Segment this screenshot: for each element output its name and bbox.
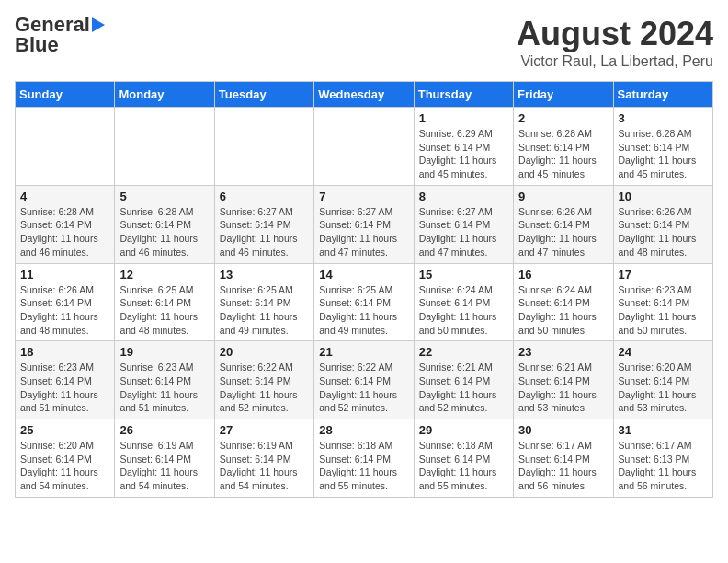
day-number: 18 [20, 345, 109, 359]
day-number: 22 [419, 345, 508, 359]
weekday-header-monday: Monday [115, 82, 214, 108]
day-info: Sunrise: 6:25 AM Sunset: 6:14 PM Dayligh… [119, 283, 209, 338]
day-number: 21 [319, 345, 408, 359]
day-info: Sunrise: 6:26 AM Sunset: 6:14 PM Dayligh… [619, 205, 708, 259]
calendar-header-row: SundayMondayTuesdayWednesdayThursdayFrid… [16, 82, 713, 108]
calendar-cell: 15Sunrise: 6:24 AM Sunset: 6:14 PM Dayli… [414, 263, 513, 341]
calendar-cell: 14Sunrise: 6:25 AM Sunset: 6:14 PM Dayli… [314, 263, 414, 341]
weekday-header-tuesday: Tuesday [214, 82, 313, 108]
day-info: Sunrise: 6:29 AM Sunset: 6:14 PM Dayligh… [419, 127, 508, 181]
calendar-cell: 21Sunrise: 6:22 AM Sunset: 6:14 PM Dayli… [314, 341, 414, 419]
day-number: 26 [119, 423, 209, 437]
calendar-cell: 10Sunrise: 6:26 AM Sunset: 6:14 PM Dayli… [613, 185, 712, 263]
day-number: 6 [220, 190, 309, 203]
day-info: Sunrise: 6:23 AM Sunset: 6:14 PM Dayligh… [119, 361, 209, 415]
day-number: 10 [619, 190, 708, 203]
calendar-cell: 27Sunrise: 6:19 AM Sunset: 6:14 PM Dayli… [214, 419, 313, 498]
calendar-cell: 24Sunrise: 6:20 AM Sunset: 6:14 PM Dayli… [613, 341, 712, 419]
day-number: 17 [619, 268, 708, 282]
day-info: Sunrise: 6:26 AM Sunset: 6:14 PM Dayligh… [20, 283, 109, 338]
day-number: 4 [20, 190, 109, 203]
day-info: Sunrise: 6:23 AM Sunset: 6:14 PM Dayligh… [619, 283, 708, 338]
calendar-cell: 20Sunrise: 6:22 AM Sunset: 6:14 PM Dayli… [214, 341, 313, 419]
day-info: Sunrise: 6:22 AM Sunset: 6:14 PM Dayligh… [220, 361, 309, 415]
calendar-cell: 11Sunrise: 6:26 AM Sunset: 6:14 PM Dayli… [16, 263, 115, 341]
day-number: 29 [419, 423, 508, 437]
calendar-cell: 9Sunrise: 6:26 AM Sunset: 6:14 PM Daylig… [514, 185, 613, 263]
day-info: Sunrise: 6:28 AM Sunset: 6:14 PM Dayligh… [518, 127, 608, 181]
day-number: 3 [619, 111, 708, 125]
day-number: 23 [518, 345, 608, 359]
calendar-cell: 6Sunrise: 6:27 AM Sunset: 6:14 PM Daylig… [214, 185, 313, 263]
day-number: 11 [20, 268, 109, 282]
calendar-cell: 23Sunrise: 6:21 AM Sunset: 6:14 PM Dayli… [514, 341, 613, 419]
calendar-week-row: 25Sunrise: 6:20 AM Sunset: 6:14 PM Dayli… [16, 419, 713, 498]
day-number: 19 [119, 345, 209, 359]
day-info: Sunrise: 6:19 AM Sunset: 6:14 PM Dayligh… [220, 439, 309, 493]
day-info: Sunrise: 6:28 AM Sunset: 6:14 PM Dayligh… [119, 205, 209, 259]
day-number: 16 [518, 268, 608, 282]
calendar-cell: 17Sunrise: 6:23 AM Sunset: 6:14 PM Dayli… [613, 263, 712, 341]
logo-general-text: General [15, 15, 90, 35]
location-subtitle: Victor Raul, La Libertad, Peru [517, 53, 713, 70]
day-info: Sunrise: 6:28 AM Sunset: 6:14 PM Dayligh… [20, 205, 109, 259]
day-info: Sunrise: 6:27 AM Sunset: 6:14 PM Dayligh… [319, 205, 408, 259]
calendar-cell [115, 108, 214, 186]
calendar-cell: 2Sunrise: 6:28 AM Sunset: 6:14 PM Daylig… [514, 108, 613, 186]
day-number: 25 [20, 423, 109, 437]
weekday-header-thursday: Thursday [414, 82, 513, 108]
title-block: August 2024 Victor Raul, La Libertad, Pe… [517, 15, 713, 70]
calendar-table: SundayMondayTuesdayWednesdayThursdayFrid… [15, 81, 713, 498]
calendar-week-row: 1Sunrise: 6:29 AM Sunset: 6:14 PM Daylig… [16, 108, 713, 186]
day-number: 30 [518, 423, 608, 437]
weekday-header-wednesday: Wednesday [314, 82, 414, 108]
calendar-cell: 28Sunrise: 6:18 AM Sunset: 6:14 PM Dayli… [314, 419, 414, 498]
logo-arrow-icon [92, 17, 105, 32]
calendar-cell: 29Sunrise: 6:18 AM Sunset: 6:14 PM Dayli… [414, 419, 513, 498]
calendar-cell: 3Sunrise: 6:28 AM Sunset: 6:14 PM Daylig… [613, 108, 712, 186]
day-number: 1 [419, 111, 508, 125]
calendar-week-row: 11Sunrise: 6:26 AM Sunset: 6:14 PM Dayli… [16, 263, 713, 341]
calendar-cell: 31Sunrise: 6:17 AM Sunset: 6:13 PM Dayli… [613, 419, 712, 498]
calendar-cell [214, 108, 313, 186]
calendar-cell: 19Sunrise: 6:23 AM Sunset: 6:14 PM Dayli… [115, 341, 214, 419]
calendar-cell: 25Sunrise: 6:20 AM Sunset: 6:14 PM Dayli… [16, 419, 115, 498]
calendar-cell: 30Sunrise: 6:17 AM Sunset: 6:14 PM Dayli… [514, 419, 613, 498]
calendar-cell: 26Sunrise: 6:19 AM Sunset: 6:14 PM Dayli… [115, 419, 214, 498]
day-number: 13 [220, 268, 309, 282]
calendar-cell [314, 108, 414, 186]
day-number: 12 [119, 268, 209, 282]
calendar-cell: 8Sunrise: 6:27 AM Sunset: 6:14 PM Daylig… [414, 185, 513, 263]
day-info: Sunrise: 6:23 AM Sunset: 6:14 PM Dayligh… [20, 361, 109, 415]
day-info: Sunrise: 6:19 AM Sunset: 6:14 PM Dayligh… [119, 439, 209, 493]
day-info: Sunrise: 6:18 AM Sunset: 6:14 PM Dayligh… [319, 439, 408, 493]
day-info: Sunrise: 6:17 AM Sunset: 6:13 PM Dayligh… [619, 439, 708, 493]
day-info: Sunrise: 6:27 AM Sunset: 6:14 PM Dayligh… [220, 205, 309, 259]
calendar-cell: 12Sunrise: 6:25 AM Sunset: 6:14 PM Dayli… [115, 263, 214, 341]
day-info: Sunrise: 6:24 AM Sunset: 6:14 PM Dayligh… [419, 283, 508, 338]
day-number: 2 [518, 111, 608, 125]
calendar-cell: 5Sunrise: 6:28 AM Sunset: 6:14 PM Daylig… [115, 185, 214, 263]
day-number: 8 [419, 190, 508, 203]
logo: General Blue [15, 15, 105, 55]
calendar-cell: 18Sunrise: 6:23 AM Sunset: 6:14 PM Dayli… [16, 341, 115, 419]
calendar-week-row: 4Sunrise: 6:28 AM Sunset: 6:14 PM Daylig… [16, 185, 713, 263]
day-number: 27 [220, 423, 309, 437]
logo-blue-text: Blue [15, 35, 59, 55]
day-info: Sunrise: 6:21 AM Sunset: 6:14 PM Dayligh… [419, 361, 508, 415]
calendar-cell [16, 108, 115, 186]
calendar-cell: 1Sunrise: 6:29 AM Sunset: 6:14 PM Daylig… [414, 108, 513, 186]
calendar-cell: 13Sunrise: 6:25 AM Sunset: 6:14 PM Dayli… [214, 263, 313, 341]
day-info: Sunrise: 6:27 AM Sunset: 6:14 PM Dayligh… [419, 205, 508, 259]
weekday-header-saturday: Saturday [613, 82, 712, 108]
day-info: Sunrise: 6:25 AM Sunset: 6:14 PM Dayligh… [220, 283, 309, 338]
weekday-header-sunday: Sunday [16, 82, 115, 108]
page-header: General Blue August 2024 Victor Raul, La… [15, 15, 713, 70]
day-number: 20 [220, 345, 309, 359]
day-info: Sunrise: 6:24 AM Sunset: 6:14 PM Dayligh… [518, 283, 608, 338]
day-info: Sunrise: 6:20 AM Sunset: 6:14 PM Dayligh… [20, 439, 109, 493]
day-number: 14 [319, 268, 408, 282]
day-info: Sunrise: 6:28 AM Sunset: 6:14 PM Dayligh… [619, 127, 708, 181]
calendar-cell: 22Sunrise: 6:21 AM Sunset: 6:14 PM Dayli… [414, 341, 513, 419]
month-year-title: August 2024 [517, 15, 713, 53]
